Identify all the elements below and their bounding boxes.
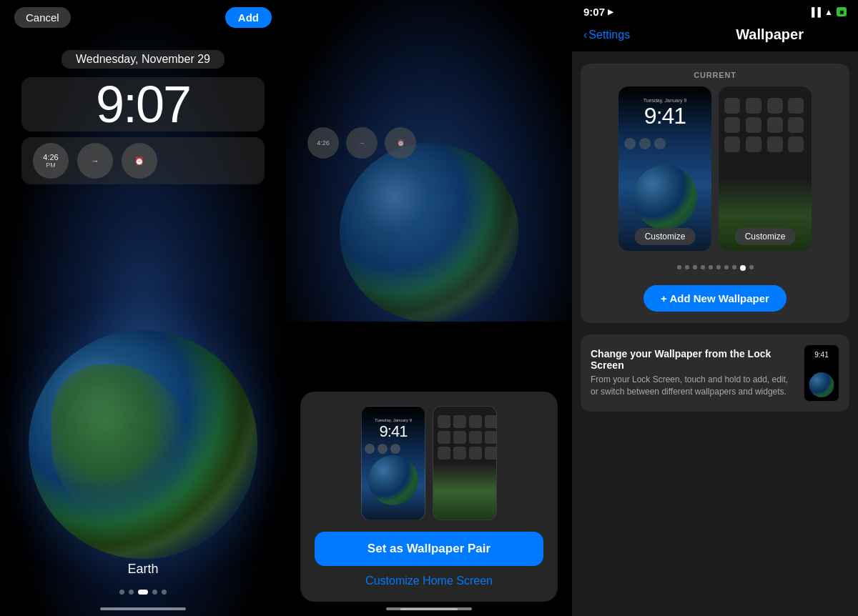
dot-3-active: [138, 590, 148, 595]
status-icons: ▐▐ ▲ ■: [809, 7, 847, 17]
middle-widgets: 4:26 → ⏰: [307, 127, 551, 159]
middle-clock-widget: 4:26: [307, 127, 339, 159]
page-dot-8: [732, 265, 736, 269]
preview-lock-time-area: Tuesday, January 9 9:41: [362, 418, 425, 441]
battery-icon: ■: [837, 7, 847, 16]
clock-ampm: PM: [46, 162, 56, 169]
arrow-widget: →: [77, 143, 113, 179]
back-label: Settings: [588, 29, 630, 41]
app-icon-9: [438, 447, 450, 459]
earth-label: Earth: [127, 562, 158, 577]
page-dot-2: [685, 265, 689, 269]
lock-screen-info: Wednesday, November 29 9:07 4:26 PM → ⏰: [21, 50, 265, 184]
wp-app-5: [724, 117, 740, 133]
section-label-current: CURRENT: [581, 64, 849, 86]
lock-screen-wallpaper-card[interactable]: Tuesday, January 9 9:41 Customize: [618, 86, 711, 251]
status-time: 9:07 ▶: [583, 6, 613, 18]
clock-time: 4:26: [43, 153, 58, 162]
location-icon: ▶: [608, 8, 613, 16]
page-indicators: [119, 590, 167, 595]
middle-earth-bg: [286, 0, 572, 322]
top-bar: Cancel Add: [0, 0, 286, 35]
preview-widget-3: [390, 444, 400, 454]
page-dot-6: [716, 265, 721, 269]
preview-earth: [368, 455, 418, 505]
wallpaper-page-dots: [581, 259, 849, 279]
app-icon-12: [485, 447, 497, 459]
customize-lock-button[interactable]: Customize: [635, 228, 696, 245]
app-icon-4: [485, 415, 497, 428]
signal-icon: ▐▐: [809, 7, 821, 17]
left-panel: Cancel Add Wednesday, November 29 9:07 4…: [0, 0, 286, 616]
set-wallpaper-pair-button[interactable]: Set as Wallpaper Pair: [315, 532, 543, 566]
wp-app-10: [746, 136, 761, 152]
home-earth-background: [433, 462, 496, 520]
wp-app-8: [788, 117, 804, 133]
preview-phones: Tuesday, January 9 9:41: [315, 406, 543, 520]
status-clock: 9:07: [583, 6, 605, 18]
app-icon-8: [485, 431, 497, 444]
app-icon-7: [469, 431, 482, 444]
wp-app-11: [767, 136, 783, 152]
alarm-icon: ⏰: [134, 157, 144, 166]
wp-lock-date: Tuesday, January 9: [618, 98, 711, 103]
add-new-wallpaper-button[interactable]: + Add New Wallpaper: [644, 285, 786, 312]
preview-lock-time: 9:41: [362, 422, 425, 441]
wp-app-4: [788, 98, 804, 114]
dot-2: [129, 590, 134, 595]
wallpaper-current-section: CURRENT Tuesday, January 9 9:41 Customiz…: [581, 64, 849, 323]
page-dot-7: [724, 265, 729, 269]
middle-panel: Wednesday, November 29 9:07 4:26 → ⏰ Tue…: [286, 0, 572, 616]
wp-lock-widget-2: [639, 138, 651, 149]
customize-home-button[interactable]: Customize: [735, 228, 796, 245]
preview-widget-2: [378, 444, 388, 454]
wp-lock-time: 9:41: [618, 103, 711, 129]
wp-app-1: [724, 98, 740, 114]
wp-lock-widgets: [624, 138, 666, 149]
wp-lock-widget-1: [624, 138, 636, 149]
earth-continent: [51, 364, 189, 513]
preview-widgets: [365, 444, 422, 454]
alarm-widget: ⏰: [122, 143, 157, 179]
date-pill: Wednesday, November 29: [61, 50, 225, 69]
widgets-row: 4:26 PM → ⏰: [21, 137, 265, 184]
wp-lock-time-area: Tuesday, January 9 9:41: [618, 98, 711, 129]
arrow-icon: →: [92, 157, 99, 165]
page-title: Wallpaper: [736, 26, 804, 43]
lock-date: Wednesday, November 29: [76, 53, 210, 65]
info-text: Change your Wallpaper from the Lock Scre…: [591, 348, 795, 398]
cancel-button[interactable]: Cancel: [14, 7, 71, 28]
time-display: 9:07: [21, 77, 265, 131]
page-dot-10: [749, 265, 754, 269]
middle-alarm-widget: ⏰: [385, 127, 416, 159]
wp-app-2: [746, 98, 761, 114]
back-button[interactable]: ‹ Settings: [583, 29, 630, 41]
wp-app-6: [746, 117, 761, 133]
wp-app-12: [788, 136, 804, 152]
lock-screen-phone-preview: Tuesday, January 9 9:41: [361, 406, 425, 520]
clock-widget: 4:26 PM: [33, 143, 69, 179]
dot-1: [119, 590, 124, 595]
app-icon-6: [453, 431, 466, 444]
info-title: Change your Wallpaper from the Lock Scre…: [591, 348, 795, 371]
home-screen-wallpaper-card[interactable]: Customize: [719, 86, 812, 251]
wp-earth-lock: [633, 165, 697, 229]
wp-app-3: [767, 98, 783, 114]
home-app-grid: [438, 415, 492, 459]
page-dot-4: [701, 265, 705, 269]
info-section: Change your Wallpaper from the Lock Scre…: [581, 334, 849, 412]
page-dot-5: [709, 265, 713, 269]
right-panel: 9:07 ▶ ▐▐ ▲ ■ ‹ Settings Wallpaper CURRE…: [572, 0, 858, 616]
app-icon-3: [469, 415, 482, 428]
page-dot-9-active: [740, 265, 746, 271]
lock-time: 9:07: [36, 79, 250, 130]
home-screen-phone-preview: [433, 406, 497, 520]
page-dot-1: [677, 265, 681, 269]
dot-5: [162, 590, 167, 595]
add-button[interactable]: Add: [225, 7, 272, 28]
wp-lock-widget-3: [654, 138, 666, 149]
customize-home-screen-button[interactable]: Customize Home Screen: [315, 575, 543, 587]
dot-4: [152, 590, 157, 595]
wallpaper-previews: Tuesday, January 9 9:41 Customize: [581, 86, 849, 259]
earth-globe-left: [29, 330, 257, 559]
